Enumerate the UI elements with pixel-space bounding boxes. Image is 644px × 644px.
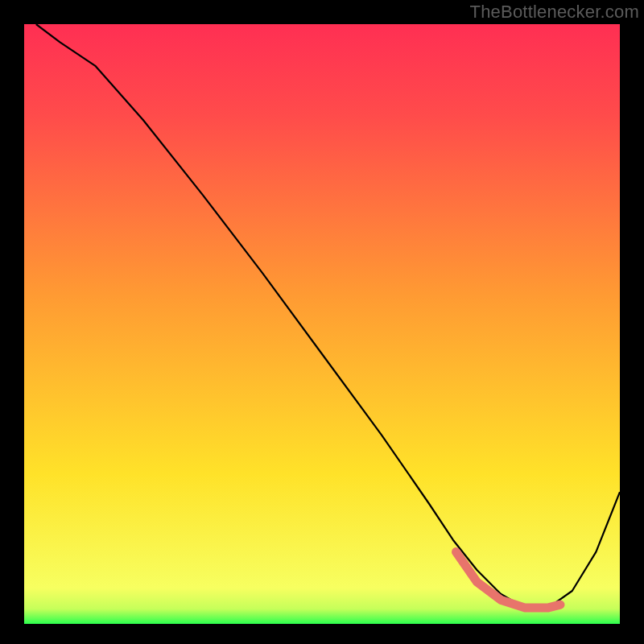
attribution-text: TheBottlenecker.com xyxy=(470,2,639,23)
bottleneck-chart xyxy=(24,24,620,624)
gradient-background xyxy=(24,24,620,624)
